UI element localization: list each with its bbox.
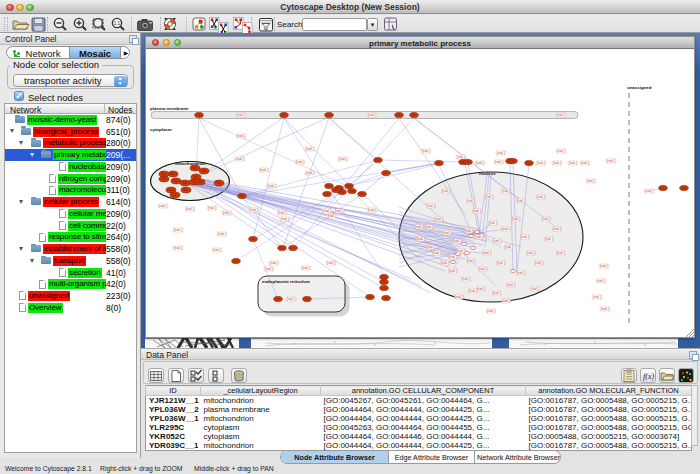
svg-text:[nod..]: [nod..]: [453, 239, 461, 243]
svg-text:[nod..]: [nod..]: [265, 267, 273, 271]
svg-text:[nod..]: [nod..]: [542, 217, 550, 221]
svg-text:[nod..]: [nod..]: [553, 227, 561, 231]
svg-text:[nod..]: [nod..]: [505, 245, 513, 249]
svg-text:[nod..]: [nod..]: [328, 214, 336, 218]
svg-text:[nod..]: [nod..]: [497, 151, 505, 155]
svg-text:[nod..]: [nod..]: [278, 211, 286, 215]
svg-text:Yal..: Yal..: [346, 184, 352, 188]
svg-text:[nod..]: [nod..]: [495, 160, 503, 164]
svg-text:[nod..]: [nod..]: [479, 267, 487, 271]
svg-text:cytoplasm: cytoplasm: [150, 127, 172, 132]
svg-text:[nod..]: [nod..]: [457, 155, 465, 159]
svg-text:[nod..]: [nod..]: [302, 266, 310, 270]
svg-text:[nod..]: [nod..]: [483, 251, 491, 255]
svg-text:Yal..: Yal..: [250, 237, 256, 241]
svg-text:[nod..]: [nod..]: [427, 245, 435, 249]
svg-text:Yal..: Yal..: [183, 188, 189, 192]
svg-text:[nod..]: [nod..]: [485, 195, 493, 199]
svg-text:Yal..: Yal..: [396, 113, 402, 117]
svg-text:[nod..]: [nod..]: [497, 261, 505, 265]
svg-text:Yal..: Yal..: [381, 286, 387, 290]
svg-text:[nod..]: [nod..]: [327, 261, 335, 265]
svg-text:[nod..]: [nod..]: [473, 209, 481, 213]
svg-text:[nod..]: [nod..]: [502, 189, 510, 193]
svg-text:[nod..]: [nod..]: [502, 299, 510, 303]
svg-text:Yal..: Yal..: [281, 113, 287, 117]
svg-text:[nod..]: [nod..]: [415, 225, 423, 229]
svg-text:[nod..]: [nod..]: [587, 179, 595, 183]
svg-text:[nod..]: [nod..]: [545, 237, 553, 241]
svg-text:Yal..: Yal..: [349, 189, 355, 193]
svg-text:Yal..: Yal..: [196, 113, 202, 117]
svg-text:Yal..: Yal..: [359, 192, 365, 196]
svg-text:[nod..]: [nod..]: [477, 287, 485, 291]
svg-text:[nod..]: [nod..]: [569, 161, 577, 165]
svg-text:[nod..]: [nod..]: [281, 217, 289, 221]
svg-text:unassigned: unassigned: [627, 85, 652, 90]
svg-text:endoplasmic reticulum: endoplasmic reticulum: [262, 279, 310, 284]
svg-text:[nod..]: [nod..]: [441, 261, 449, 265]
svg-text:[nod..]: [nod..]: [323, 209, 331, 213]
svg-text:Yal..: Yal..: [275, 297, 281, 301]
svg-text:[nod..]: [nod..]: [186, 207, 194, 211]
svg-text:Yal..: Yal..: [375, 158, 381, 162]
svg-text:[nod..]: [nod..]: [581, 161, 589, 165]
svg-text:Yal..: Yal..: [192, 166, 198, 170]
svg-text:Yal..: Yal..: [326, 113, 332, 117]
svg-text:[nod..]: [nod..]: [237, 134, 245, 138]
svg-text:Yal..: Yal..: [660, 186, 666, 190]
svg-text:[nod..]: [nod..]: [553, 161, 561, 165]
svg-text:[nod..]: [nod..]: [260, 168, 268, 172]
svg-text:Yal..: Yal..: [465, 160, 471, 164]
svg-text:[nod..]: [nod..]: [455, 295, 463, 299]
svg-text:[nod..]: [nod..]: [218, 232, 226, 236]
svg-text:Yal..: Yal..: [326, 184, 332, 188]
svg-text:[nod..]: [nod..]: [237, 113, 245, 117]
svg-text:Yal..: Yal..: [182, 181, 188, 185]
svg-text:[nod..]: [nod..]: [557, 113, 565, 117]
svg-text:nucleus: nucleus: [479, 171, 496, 176]
svg-text:Yal..: Yal..: [381, 280, 387, 284]
svg-text:[nod..]: [nod..]: [425, 225, 433, 229]
svg-text:[nod..]: [nod..]: [593, 295, 601, 299]
svg-text:[nod..]: [nod..]: [457, 249, 465, 253]
svg-text:[nod..]: [nod..]: [270, 261, 278, 265]
svg-text:[nod..]: [nod..]: [467, 259, 475, 263]
svg-text:[nod..]: [nod..]: [435, 217, 443, 221]
svg-text:[nod..]: [nod..]: [645, 189, 653, 193]
svg-text:[nod..]: [nod..]: [433, 251, 441, 255]
svg-text:[nod..]: [nod..]: [493, 291, 501, 295]
svg-text:[nod..]: [nod..]: [493, 239, 501, 243]
svg-text:[nod..]: [nod..]: [537, 161, 545, 165]
svg-text:Yal..: Yal..: [324, 192, 330, 196]
svg-text:Yal..: Yal..: [233, 259, 239, 263]
svg-text:Yal..: Yal..: [333, 188, 339, 192]
svg-text:[nod..]: [nod..]: [159, 204, 167, 208]
svg-text:Yal..: Yal..: [304, 297, 310, 301]
svg-text:[nod..]: [nod..]: [442, 189, 450, 193]
svg-text:[nod..]: [nod..]: [368, 208, 376, 212]
svg-text:[nod..]: [nod..]: [223, 211, 231, 215]
svg-text:Yal..: Yal..: [170, 172, 176, 176]
svg-text:[nod..]: [nod..]: [476, 161, 484, 165]
svg-text:Yal..: Yal..: [173, 179, 179, 183]
svg-text:Yal..: Yal..: [168, 188, 174, 192]
svg-text:Yal..: Yal..: [367, 295, 373, 299]
svg-text:[nod..]: [nod..]: [443, 231, 451, 235]
svg-text:Yal..: Yal..: [681, 186, 687, 190]
svg-text:Yal..: Yal..: [381, 275, 387, 279]
svg-text:[nod..]: [nod..]: [427, 204, 435, 208]
svg-text:[nod..]: [nod..]: [517, 199, 525, 203]
svg-text:[nod..]: [nod..]: [517, 271, 525, 275]
svg-text:Yal..: Yal..: [197, 180, 203, 184]
svg-text:[nod..]: [nod..]: [557, 149, 565, 153]
svg-text:[nod..]: [nod..]: [422, 149, 430, 153]
svg-text:1:1: 1:1: [114, 21, 121, 26]
svg-text:[nod..]: [nod..]: [287, 297, 295, 301]
svg-text:mitochondrion: mitochondrion: [175, 161, 206, 166]
svg-text:[nod..]: [nod..]: [557, 251, 565, 255]
svg-text:Yal..: Yal..: [383, 171, 389, 175]
svg-text:[nod..]: [nod..]: [368, 113, 376, 117]
svg-text:[nod..]: [nod..]: [174, 246, 182, 250]
svg-text:[nod..]: [nod..]: [535, 261, 543, 265]
